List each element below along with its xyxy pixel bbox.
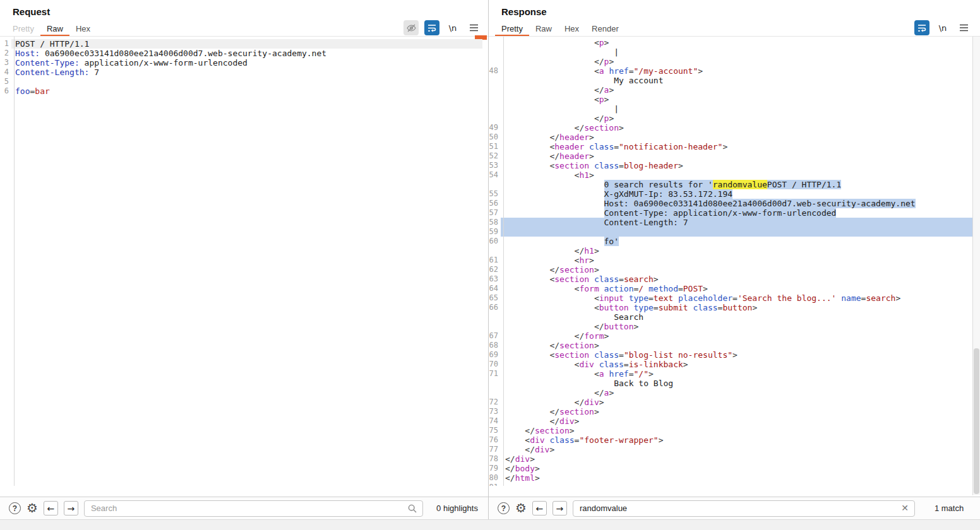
code-line[interactable]: <p>	[489, 95, 972, 104]
clear-search-icon[interactable]: ✕	[901, 503, 909, 513]
code-line[interactable]: 74 </div>	[489, 416, 972, 426]
code-line[interactable]: 52 </header>	[489, 151, 972, 161]
code-line[interactable]: |	[489, 104, 972, 114]
selected-text: Content-Type: application/x-www-form-url…	[604, 208, 837, 218]
code-text: <section class=search>	[501, 274, 659, 284]
code-line[interactable]: 65 <input type=text placeholder='Search …	[489, 293, 972, 303]
line-number: 54	[489, 170, 501, 180]
response-tab-raw[interactable]: Raw	[529, 23, 558, 37]
code-text: </a>	[501, 388, 614, 398]
help-icon[interactable]: ?	[9, 502, 21, 514]
response-search-result-count: 1 match	[926, 504, 972, 513]
code-line[interactable]: 70 <div class=is-linkback>	[489, 360, 972, 369]
word-wrap-button[interactable]	[424, 20, 439, 35]
code-line[interactable]: 68 </section>	[489, 341, 972, 350]
code-line[interactable]: 1POST / HTTP/1.1	[0, 39, 482, 49]
response-tab-pretty[interactable]: Pretty	[495, 23, 529, 37]
code-line[interactable]: Back to Blog	[489, 379, 972, 388]
code-line[interactable]: </button>	[489, 322, 972, 331]
editor-menu-button[interactable]	[956, 20, 971, 35]
code-line[interactable]: </a>	[489, 85, 972, 95]
prev-match-button[interactable]: ←	[44, 501, 58, 515]
code-line[interactable]: |	[489, 47, 972, 57]
code-text: </p>	[501, 57, 614, 66]
editor-menu-button[interactable]	[466, 20, 481, 35]
code-text: </a>	[501, 85, 614, 95]
code-line[interactable]: 2Host: 0a6900ec033141d080ee21a4006d00d7.…	[0, 49, 482, 58]
code-line[interactable]: 75 </section>	[489, 426, 972, 435]
scrollbar-thumb[interactable]	[974, 348, 979, 494]
code-line[interactable]: </p>	[489, 57, 972, 66]
code-line[interactable]: 4Content-Length: 7	[0, 68, 482, 77]
newline-toggle-button[interactable]: \n	[445, 20, 460, 35]
settings-gear-icon[interactable]: ⚙	[27, 502, 38, 514]
line-number: 73	[489, 407, 501, 416]
code-line[interactable]: 54 <h1>	[489, 170, 972, 180]
code-line[interactable]: 59	[489, 227, 972, 237]
code-line[interactable]: 58 Content-Length: 7	[489, 218, 972, 227]
code-text: My account	[501, 76, 663, 85]
code-line[interactable]: 56 Host: 0a6900ec033141d080ee21a4006d00d…	[489, 199, 972, 208]
code-line[interactable]: </p>	[489, 114, 972, 123]
code-line[interactable]: 62 </section>	[489, 265, 972, 274]
code-line[interactable]: 73 </section>	[489, 407, 972, 416]
next-match-button[interactable]: →	[64, 501, 78, 515]
selected-text: X-gXdMUT-Ip: 83.53.172.194	[604, 189, 733, 199]
word-wrap-button[interactable]	[914, 20, 929, 35]
code-line[interactable]: 66 <button type=submit class=button>	[489, 303, 972, 312]
next-match-button[interactable]: →	[553, 501, 567, 515]
response-tab-render[interactable]: Render	[585, 23, 625, 37]
prev-match-button[interactable]: ←	[532, 501, 547, 515]
code-line[interactable]: Search	[489, 312, 972, 322]
code-line[interactable]: 63 <section class=search>	[489, 274, 972, 284]
code-line[interactable]: 5	[0, 77, 482, 86]
code-line[interactable]: 76 <div class="footer-wrapper">	[489, 435, 972, 445]
request-tab-hex[interactable]: Hex	[69, 23, 97, 37]
request-editor[interactable]: 1POST / HTTP/1.12Host: 0a6900ec033141d08…	[0, 37, 482, 486]
help-icon[interactable]: ?	[498, 502, 510, 514]
code-line[interactable]: 3Content-Type: application/x-www-form-ur…	[0, 58, 482, 68]
line-number: 70	[489, 360, 501, 369]
response-scrollbar[interactable]	[972, 37, 980, 495]
settings-gear-icon[interactable]: ⚙	[515, 502, 527, 514]
code-line[interactable]: 61 <hr>	[489, 256, 972, 265]
code-line[interactable]: 53 <section class=blog-header>	[489, 161, 972, 170]
response-editor[interactable]: <p> | </p>48 <a href="/my-account"> My a…	[489, 37, 972, 486]
response-search-input[interactable]	[573, 500, 915, 517]
code-line[interactable]: 77 </div>	[489, 445, 972, 454]
line-number: 3	[0, 58, 11, 68]
code-line[interactable]: 67 </form>	[489, 331, 972, 341]
line-number: 50	[489, 132, 501, 142]
hide-highlights-button[interactable]	[403, 20, 419, 35]
code-line[interactable]: 0 search results for 'randomvaluePOST / …	[489, 180, 972, 189]
code-line[interactable]: 81	[489, 483, 972, 486]
newline-toggle-button[interactable]: \n	[935, 20, 950, 35]
code-line[interactable]: 50 </header>	[489, 132, 972, 142]
code-line[interactable]: <p>	[489, 38, 972, 47]
code-line[interactable]: 49 </section>	[489, 123, 972, 132]
code-line[interactable]: 78</div>	[489, 454, 972, 464]
request-tab-pretty[interactable]: Pretty	[6, 23, 40, 37]
code-line[interactable]: 79</body>	[489, 464, 972, 473]
request-search-input[interactable]	[84, 500, 423, 517]
request-tab-raw[interactable]: Raw	[40, 23, 69, 37]
response-editor-toolbar: \n	[914, 20, 971, 35]
code-line[interactable]: 64 <form action=/ method=POST>	[489, 284, 972, 293]
code-text: X-gXdMUT-Ip: 83.53.172.194	[501, 189, 732, 199]
code-line[interactable]: 60 fo'	[489, 237, 972, 246]
code-line[interactable]: 72 </div>	[489, 398, 972, 407]
code-line[interactable]: 80</html>	[489, 473, 972, 483]
code-line[interactable]: 51 <header class="notification-header">	[489, 142, 972, 151]
code-line[interactable]: 71 <a href="/">	[489, 369, 972, 379]
code-line[interactable]: 6foo=bar	[0, 86, 482, 96]
code-text: </form>	[501, 331, 609, 341]
code-line[interactable]: My account	[489, 76, 972, 85]
code-line[interactable]: 48 <a href="/my-account">	[489, 66, 972, 76]
response-tab-hex[interactable]: Hex	[558, 23, 585, 37]
line-number: 63	[489, 274, 501, 284]
code-line[interactable]: </h1>	[489, 246, 972, 256]
code-line[interactable]: 57 Content-Type: application/x-www-form-…	[489, 208, 972, 218]
code-line[interactable]: 69 <section class="blog-list no-results"…	[489, 350, 972, 360]
code-line[interactable]: </a>	[489, 388, 972, 398]
code-line[interactable]: 55 X-gXdMUT-Ip: 83.53.172.194	[489, 189, 972, 199]
